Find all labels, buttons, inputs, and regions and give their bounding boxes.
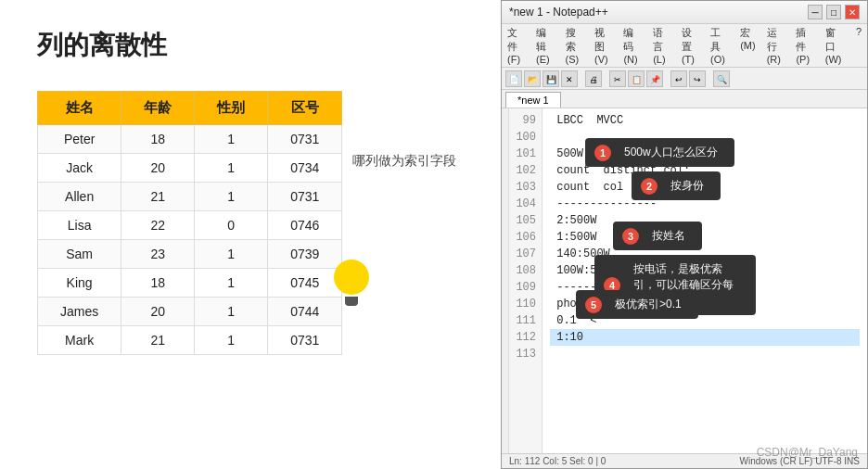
table-cell: 1 [195, 154, 268, 183]
menu-search[interactable]: 搜索(S) [566, 26, 583, 65]
table-cell: 0744 [268, 298, 342, 326]
table-cell: Lisa [38, 211, 121, 240]
annotation-3: 3 按姓名 [613, 222, 702, 250]
table-cell: Sam [38, 240, 121, 269]
line-number: 113 [515, 346, 536, 362]
table-cell: 20 [121, 154, 195, 183]
table-row: Mark2110731 [38, 326, 342, 355]
annotation-5: 5 极优索引>0.1 [576, 290, 698, 319]
menu-file[interactable]: 文件(F) [507, 26, 525, 65]
table-row: Peter1810731 [38, 125, 342, 154]
close-button[interactable]: ✕ [845, 5, 860, 19]
table-cell: 1 [195, 183, 268, 211]
line-number: 99 [515, 112, 536, 129]
col-header-district: 区号 [268, 92, 342, 125]
line-number: 112 [515, 329, 536, 346]
bulb-icon [334, 260, 369, 295]
line-number: 102 [515, 162, 536, 179]
table-cell: Jack [38, 154, 121, 183]
notepad-window: *new 1 - Notepad++ ─ □ ✕ 文件(F) 编辑(E) 搜索(… [501, 0, 868, 469]
watermark: CSDN@Mr_DaYang [757, 446, 858, 459]
line-number: 107 [515, 246, 536, 262]
minimize-button[interactable]: ─ [808, 5, 823, 19]
table-cell: Mark [38, 326, 121, 355]
annotation-2: 2 按身份 [632, 171, 721, 200]
table-cell: Peter [38, 125, 121, 154]
table-cell: 1 [195, 125, 268, 154]
toolbar-undo[interactable]: ↩ [670, 70, 687, 87]
mid-annotation: 哪列做为索引字段 [352, 153, 456, 170]
notepad-titlebar: *new 1 - Notepad++ ─ □ ✕ [502, 1, 867, 24]
line-number: 100 [515, 129, 536, 146]
table-cell: 22 [121, 211, 195, 240]
ann-tooltip-2: 按身份 [663, 175, 711, 196]
code-line: 2:500W [550, 212, 860, 229]
data-table: 姓名 年龄 性别 区号 Peter1810731Jack2010734Allen… [37, 91, 342, 355]
menu-macro[interactable]: 宏(M) [740, 26, 756, 65]
notepad-menubar: 文件(F) 编辑(E) 搜索(S) 视图(V) 编码(N) 语言(L) 设置(T… [502, 24, 867, 68]
table-cell: 20 [121, 298, 195, 326]
notepad-toolbar: 📄 📂 💾 ✕ 🖨 ✂ 📋 📌 ↩ ↪ 🔍 [502, 68, 867, 90]
toolbar-new[interactable]: 📄 [505, 70, 522, 87]
table-cell: 0739 [268, 240, 342, 269]
table-cell: 0731 [268, 125, 342, 154]
menu-plugins[interactable]: 插件(P) [796, 26, 813, 65]
line-number: 105 [515, 212, 536, 229]
table-cell: 0745 [268, 269, 342, 298]
col-header-name: 姓名 [38, 92, 121, 125]
toolbar-paste[interactable]: 📌 [646, 70, 663, 87]
toolbar-search[interactable]: 🔍 [713, 70, 730, 87]
left-panel: 列的离散性 姓名 年龄 性别 区号 Peter1810731Jack201073… [0, 0, 501, 469]
menu-run[interactable]: 运行(R) [767, 26, 785, 65]
table-row: Allen2110731 [38, 183, 342, 211]
line-number: 106 [515, 229, 536, 246]
bulb-area [334, 260, 369, 306]
menu-settings[interactable]: 设置(T) [682, 26, 699, 65]
toolbar-copy[interactable]: 📋 [628, 70, 645, 87]
toolbar-close[interactable]: ✕ [561, 70, 578, 87]
table-row: Sam2310739 [38, 240, 342, 269]
tab-new1[interactable]: *new 1 [505, 92, 561, 108]
toolbar-redo[interactable]: ↪ [689, 70, 706, 87]
table-cell: 21 [121, 183, 195, 211]
maximize-button[interactable]: □ [826, 5, 841, 19]
notepad-title: *new 1 - Notepad++ [509, 6, 608, 19]
titlebar-buttons: ─ □ ✕ [808, 5, 860, 19]
menu-lang[interactable]: 语言(L) [653, 26, 670, 65]
line-number: 103 [515, 179, 536, 196]
table-cell: 23 [121, 240, 195, 269]
table-row: Jack2010734 [38, 154, 342, 183]
toolbar-cut[interactable]: ✂ [609, 70, 626, 87]
ann-num-5: 5 [585, 297, 602, 313]
menu-tools[interactable]: 工具(O) [710, 26, 729, 65]
toolbar-save[interactable]: 💾 [542, 70, 559, 87]
table-cell: James [38, 298, 121, 326]
code-line: 1:500W [550, 229, 860, 246]
ann-num-1: 1 [594, 145, 611, 161]
notepad-content: 9910010110210310410510610710810911011111… [502, 108, 867, 453]
notepad-tabs: *new 1 [502, 90, 867, 108]
menu-window[interactable]: 窗口(W) [825, 26, 845, 65]
menu-edit[interactable]: 编辑(E) [536, 26, 554, 65]
table-cell: 0731 [268, 326, 342, 355]
line-number: 108 [515, 262, 536, 279]
table-cell: 18 [121, 269, 195, 298]
line-number: 110 [515, 296, 536, 312]
toolbar-open[interactable]: 📂 [524, 70, 541, 87]
table-row: James2010744 [38, 298, 342, 326]
ann-num-3: 3 [622, 228, 639, 245]
menu-view[interactable]: 视图(V) [594, 26, 612, 65]
ann-tooltip-1: 500w人口怎么区分 [617, 142, 725, 163]
line-number: 109 [515, 279, 536, 296]
menu-encode[interactable]: 编码(N) [623, 26, 642, 65]
statusbar-left: Ln: 112 Col: 5 Sel: 0 | 0 [509, 456, 606, 466]
code-line [550, 346, 860, 362]
code-line: LBCC MVCC [550, 112, 860, 129]
table-cell: 1 [195, 326, 268, 355]
line-number: 111 [515, 312, 536, 329]
ann-tooltip-5: 极优索引>0.1 [607, 294, 689, 315]
line-number: 104 [515, 196, 536, 212]
toolbar-print[interactable]: 🖨 [585, 70, 602, 87]
ann-tooltip-3: 按姓名 [645, 225, 693, 247]
menu-help[interactable]: ? [856, 26, 862, 65]
